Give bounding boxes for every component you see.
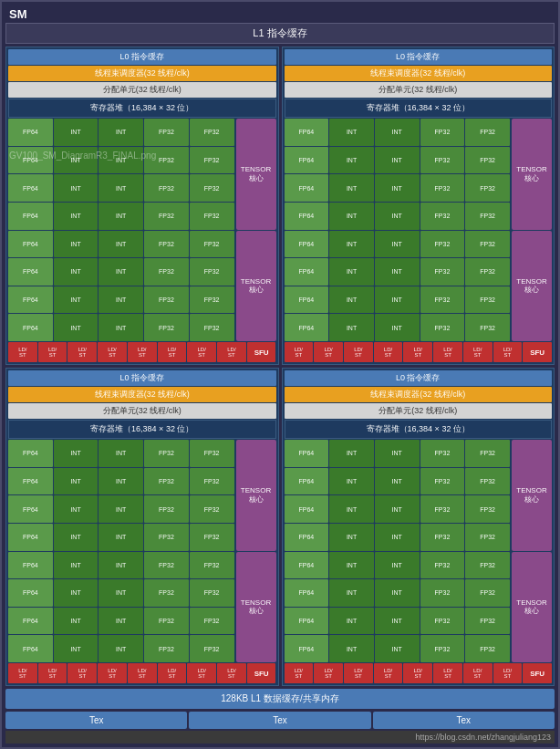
fp32-cell: FP32 — [190, 440, 234, 467]
fp64-cell: FP64 — [285, 119, 329, 146]
fp-int-grid-br: FP64 INT INT FP32 FP32 FP64 INT INT FP32… — [285, 440, 511, 662]
fp32-cell: FP32 — [420, 231, 465, 258]
fp32-cell: FP32 — [420, 579, 465, 607]
fp32-cell: FP32 — [465, 552, 510, 579]
int-cell: INT — [329, 635, 374, 662]
fp32-cell: FP32 — [465, 495, 510, 523]
fp32-cell: FP32 — [465, 468, 510, 495]
int-cell: INT — [99, 231, 143, 258]
int-cell: INT — [375, 440, 420, 467]
l0-cache-br: L0 指令缓存 — [285, 370, 553, 386]
sfu-ld-row-tr: LD/ST LD/ST LD/ST LD/ST LD/ST LD/ST LD/S… — [285, 342, 553, 362]
fp64-cell: FP64 — [8, 608, 53, 635]
int-cell: INT — [375, 495, 420, 523]
fp32-cell: FP32 — [144, 608, 189, 635]
fp64-cell: FP64 — [8, 440, 53, 467]
fp32-cell: FP32 — [465, 231, 510, 258]
fp64-cell: FP64 — [285, 286, 329, 314]
fp32-cell: FP32 — [190, 608, 234, 635]
fp64-cell: FP64 — [8, 203, 53, 230]
fp32-cell: FP32 — [144, 440, 189, 467]
fp32-cell: FP32 — [190, 231, 234, 258]
fp32-cell: FP32 — [420, 314, 465, 341]
ldst-cell: LD/ST — [187, 342, 216, 362]
fp32-cell: FP32 — [144, 203, 189, 230]
int-cell: INT — [54, 635, 99, 662]
url-bar: https://blog.csdn.net/zhangjuliang123 — [5, 731, 555, 744]
int-cell: INT — [375, 203, 420, 230]
int-cell: INT — [329, 579, 374, 607]
int-cell: INT — [375, 231, 420, 258]
sfu-cell: SFU — [247, 342, 276, 362]
quadrant-top-right: L0 指令缓存 线程束调度器(32 线程/clk) 分配单元(32 线程/clk… — [282, 47, 555, 365]
fp64-cell: FP64 — [8, 147, 53, 174]
fp32-cell: FP32 — [190, 147, 234, 174]
tensor-core-1: TENSOR核心 — [236, 119, 276, 230]
dispatch-br: 分配单元(32 线程/clk) — [285, 403, 553, 419]
fp64-cell: FP64 — [8, 174, 53, 202]
fp64-cell: FP64 — [285, 231, 329, 258]
int-cell: INT — [54, 286, 99, 314]
fp-row-3: FP64 INT INT FP32 FP32 — [8, 174, 234, 202]
int-cell: INT — [375, 174, 420, 202]
fp32-cell: FP32 — [190, 524, 234, 551]
fp32-cell: FP32 — [465, 174, 510, 202]
int-cell: INT — [54, 495, 99, 523]
l0-cache-tr: L0 指令缓存 — [285, 49, 553, 65]
int-cell: INT — [99, 119, 143, 146]
tex-cell-3: Tex — [373, 712, 555, 729]
sfu-ld-row-bl: LD/ST LD/ST LD/ST LD/ST LD/ST LD/ST LD/S… — [8, 663, 276, 683]
fp32-cell: FP32 — [144, 552, 189, 579]
int-cell: INT — [375, 579, 420, 607]
int-cell: INT — [329, 286, 374, 314]
int-cell: INT — [54, 231, 99, 258]
fp32-cell: FP32 — [144, 635, 189, 662]
register-tl: 寄存器堆（16,384 × 32 位） — [8, 99, 276, 118]
sm-container: SM L1 指令缓存 L0 指令缓存 线程束调度器(32 线程/clk) 分配单… — [0, 0, 560, 749]
fp32-cell: FP32 — [144, 231, 189, 258]
ldst-cell: LD/ST — [314, 663, 343, 683]
fp64-cell: FP64 — [285, 635, 329, 662]
int-cell: INT — [329, 524, 374, 551]
register-bl: 寄存器堆（16,384 × 32 位） — [8, 420, 276, 439]
tensor-core-5: TENSOR核心 — [236, 440, 276, 551]
compute-tl: FP64 INT INT FP32 FP32 FP64 INT INT FP32… — [8, 119, 276, 341]
int-cell: INT — [54, 440, 99, 467]
quadrant-bottom-left: L0 指令缓存 线程束调度器(32 线程/clk) 分配单元(32 线程/clk… — [5, 368, 279, 686]
tensor-core-3: TENSOR核心 — [512, 119, 552, 230]
int-cell: INT — [54, 608, 99, 635]
fp64-cell: FP64 — [8, 468, 53, 495]
quadrants-grid: L0 指令缓存 线程束调度器(32 线程/clk) 分配单元(32 线程/clk… — [5, 47, 555, 686]
fp64-cell: FP64 — [285, 174, 329, 202]
int-cell: INT — [99, 608, 143, 635]
quadrant-bottom-right: L0 指令缓存 线程束调度器(32 线程/clk) 分配单元(32 线程/clk… — [282, 368, 555, 686]
ldst-cell: LD/ST — [67, 663, 97, 683]
fp-row-8: FP64 INT INT FP32 FP32 — [8, 314, 234, 341]
ldst-cell: LD/ST — [344, 663, 373, 683]
int-cell: INT — [54, 147, 99, 174]
fp64-cell: FP64 — [8, 231, 53, 258]
ldst-cell: LD/ST — [217, 342, 246, 362]
tensor-core-2: TENSOR核心 — [236, 231, 276, 342]
fp32-cell: FP32 — [190, 495, 234, 523]
int-cell: INT — [329, 231, 374, 258]
fp32-cell: FP32 — [420, 258, 465, 286]
fp32-cell: FP32 — [190, 635, 234, 662]
int-cell: INT — [329, 119, 374, 146]
fp32-cell: FP32 — [420, 552, 465, 579]
int-cell: INT — [99, 468, 143, 495]
fp32-cell: FP32 — [190, 174, 234, 202]
sfu-cell: SFU — [523, 342, 552, 362]
int-cell: INT — [329, 440, 374, 467]
tensor-area-tl: TENSOR核心 TENSOR核心 — [236, 119, 276, 341]
ldst-cell: LD/ST — [187, 663, 216, 683]
scheduler-br: 线程束调度器(32 线程/clk) — [285, 387, 553, 402]
fp32-cell: FP32 — [465, 314, 510, 341]
fp64-cell: FP64 — [285, 468, 329, 495]
int-cell: INT — [375, 635, 420, 662]
fp32-cell: FP32 — [420, 286, 465, 314]
fp64-cell: FP64 — [285, 552, 329, 579]
int-cell: INT — [329, 314, 374, 341]
int-cell: INT — [99, 203, 143, 230]
fp64-cell: FP64 — [8, 552, 53, 579]
